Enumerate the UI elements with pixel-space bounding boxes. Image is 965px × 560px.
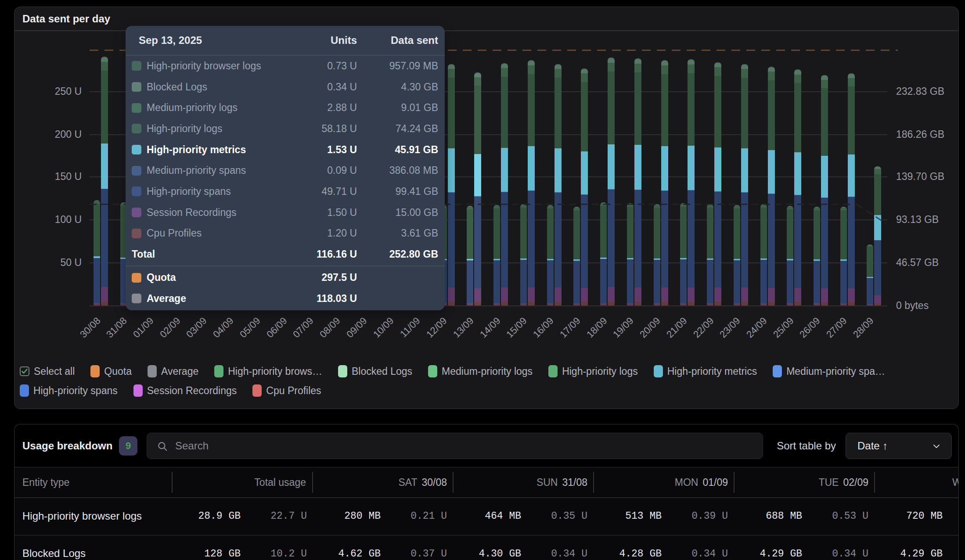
legend-select-all[interactable]: Select all [20,366,75,377]
legend-swatch [428,365,437,377]
legend-item-high-priority-logs[interactable]: High-priority logs [548,365,638,377]
bar-segment-medium-priority-logs [734,206,740,208]
bar-datasent-18/09[interactable] [608,57,615,305]
bar-segment-high-priority-logs [627,207,634,258]
select-all-checkbox[interactable] [20,366,29,376]
search-box[interactable] [147,433,763,459]
bar-segment-high-priority-metrics [600,257,607,259]
bar-datasent-17/09[interactable] [581,68,588,305]
bar-segment-high-priority-browser-logs [573,207,580,207]
bar-segment-session-recordings [94,303,100,305]
tooltip-total-units: 116.16 U [287,248,357,260]
tooltip-row-data: 957.09 MB [357,60,438,72]
header-separator-4 [734,472,735,493]
cell-value: 4.28 GB [619,535,662,560]
bar-datasent-21/09[interactable] [688,59,695,305]
tooltip-quota-units: 297.5 U [287,272,357,284]
legend-item-high-priority-brows-[interactable]: High-priority brows… [214,365,322,377]
table-row-high-priority-browser-logs[interactable]: High-priority browser logs28.9 GB22.7 U2… [14,498,958,535]
bar-datasent-24/09[interactable] [768,67,775,305]
bar-units-23/09[interactable] [734,205,740,305]
legend-item-quota[interactable]: Quota [90,365,132,377]
bar-units-20/09[interactable] [654,204,660,305]
tooltip-row-label: Session Recordings [147,207,287,219]
legend-item-cpu-profiles[interactable]: Cpu Profiles [252,384,321,397]
chevron-down-icon [932,442,941,451]
bar-segment-cpu-profiles [474,302,481,305]
table-row-blocked-logs[interactable]: Blocked Logs128 GB10.2 U4.62 GB0.37 U4.3… [14,535,958,560]
bar-segment-high-priority-logs [608,71,615,144]
bar-units-16/09[interactable] [547,205,554,305]
bar-units-14/09[interactable] [493,205,500,305]
bar-datasent-25/09[interactable] [794,69,801,305]
bar-datasent-15/09[interactable] [528,60,535,305]
legend-label: High-priority logs [562,366,638,377]
y-axis-right-tick: 0 bytes [896,300,929,312]
bar-units-18/09[interactable] [600,202,607,305]
bar-units-28/09[interactable] [867,244,873,305]
bar-segment-high-priority-logs [734,208,740,258]
bar-segment-session-recordings [627,303,634,305]
search-input[interactable] [174,433,754,458]
bar-datasent-26/09[interactable] [821,75,828,305]
bar-segment-medium-priority-logs [493,206,500,208]
bar-segment-high-priority-logs [101,70,108,144]
sort-dropdown[interactable]: Date ↑ [846,433,952,459]
bar-segment-blocked-logs [501,64,508,68]
tooltip-total-label: Total [132,248,287,260]
legend-item-medium-priority-logs[interactable]: Medium-priority logs [428,365,533,377]
bar-datasent-30/08[interactable] [101,57,108,305]
bar-datasent-12/09[interactable] [448,64,455,305]
bar-datasent-23/09[interactable] [741,64,748,305]
bar-segment-high-priority-logs [794,83,801,152]
bar-segment-high-priority-browser-logs [581,68,588,69]
tooltip-quota-label: Quota [147,272,287,284]
bar-units-24/09[interactable] [760,204,767,305]
bar-units-13/09[interactable] [467,206,473,305]
bar-datasent-14/09[interactable] [501,63,508,305]
legend-item-blocked-logs[interactable]: Blocked Logs [338,365,412,377]
y-axis-left-tick: 250 U [25,86,82,97]
bar-datasent-28/09[interactable] [874,166,881,305]
legend-item-medium-priority-spa-[interactable]: Medium-priority spa… [773,365,885,377]
tooltip-row-units: 0.09 U [287,165,357,176]
bar-units-17/09[interactable] [573,207,580,305]
bar-segment-high-priority-spans [840,261,847,303]
y-axis-left-tick: 50 U [25,257,82,269]
bar-units-26/09[interactable] [814,207,820,305]
tooltip-row-swatch [132,82,141,92]
bar-datasent-20/09[interactable] [661,60,668,305]
legend-item-average[interactable]: Average [148,365,198,377]
legend-item-high-priority-spans[interactable]: High-priority spans [20,384,118,397]
bar-datasent-27/09[interactable] [848,73,855,305]
tooltip-row-blocked-logs: Blocked Logs0.34 U4.30 GB [126,76,445,97]
bar-datasent-19/09[interactable] [634,58,641,305]
header-date: 02/09 [843,467,868,497]
header-date: 31/08 [562,467,587,497]
bar-segment-high-priority-metrics [654,258,660,260]
legend-item-session-recordings[interactable]: Session Recordings [133,384,237,397]
bar-segment-medium-priority-logs [634,63,641,72]
bar-segment-medium-priority-logs [848,78,855,86]
bar-units-19/09[interactable] [627,203,634,305]
bar-units-21/09[interactable] [680,203,687,305]
bar-datasent-13/09[interactable] [474,72,481,305]
bar-segment-high-priority-logs [661,74,668,146]
legend-item-high-priority-metrics[interactable]: High-priority metrics [654,365,757,377]
bar-segment-high-priority-spans [814,261,820,303]
bar-segment-high-priority-metrics [688,145,695,190]
tooltip-row-data: 45.91 GB [357,144,438,156]
bar-segment-high-priority-metrics [581,151,588,195]
bar-units-30/08[interactable] [94,200,100,305]
bar-segment-high-priority-browser-logs [734,205,740,205]
cell-value: 4.62 GB [338,535,381,560]
bar-segment-medium-priority-logs [840,208,847,210]
bar-units-22/09[interactable] [707,204,713,305]
bar-units-27/09[interactable] [840,207,847,305]
bar-datasent-22/09[interactable] [714,62,721,305]
bar-units-15/09[interactable] [520,204,527,305]
bar-datasent-16/09[interactable] [555,64,562,305]
bar-units-25/09[interactable] [787,206,793,305]
bar-segment-blocked-logs [821,75,828,79]
bar-segment-high-priority-logs [867,246,873,277]
